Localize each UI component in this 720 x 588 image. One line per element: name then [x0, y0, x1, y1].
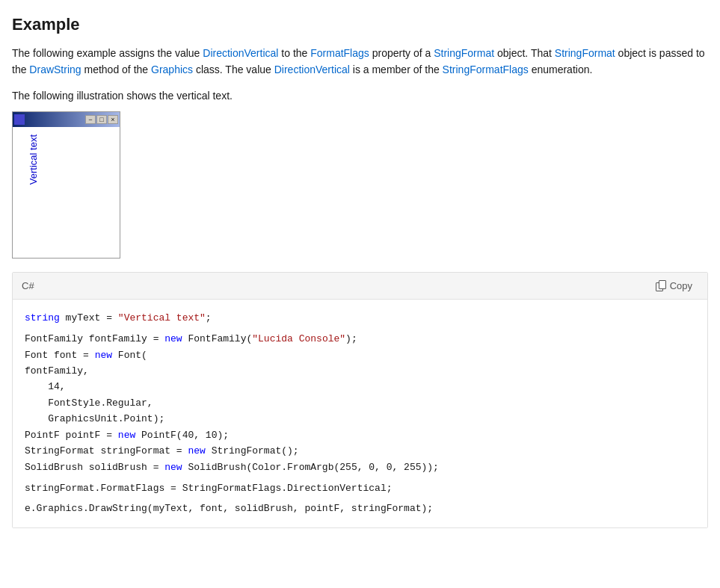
code-line-4: fontFamily,: [25, 363, 695, 379]
window-maximize-button[interactable]: □: [96, 115, 107, 124]
code-line-12: e.Graphics.DrawString(myText, font, soli…: [25, 501, 695, 516]
code-container: C# Copy string myText = "Vertical text";…: [12, 272, 708, 528]
link-string-format-2[interactable]: StringFormat: [555, 47, 615, 59]
svg-rect-1: [659, 280, 665, 288]
code-language-label: C#: [22, 280, 34, 291]
code-header: C# Copy: [13, 273, 707, 300]
vertical-text-display: Vertical text: [28, 134, 39, 185]
link-graphics[interactable]: Graphics: [151, 64, 193, 75]
link-string-format-flags[interactable]: StringFormatFlags: [443, 64, 529, 75]
code-line-8: PointF pointF = new PointF(40, 10);: [25, 427, 695, 443]
link-string-format-1[interactable]: StringFormat: [434, 47, 494, 59]
code-line-7: GraphicsUnit.Point);: [25, 411, 695, 427]
window-controls: − □ ×: [85, 115, 118, 124]
link-direction-vertical-2[interactable]: DirectionVertical: [274, 64, 350, 75]
window-close-button[interactable]: ×: [108, 115, 118, 124]
window-app-icon: [14, 114, 25, 125]
code-line-6: FontStyle.Regular,: [25, 395, 695, 411]
window-titlebar: − □ ×: [13, 112, 120, 127]
code-line-11: stringFormat.FormatFlags = StringFormatF…: [25, 480, 695, 496]
link-draw-string[interactable]: DrawString: [29, 64, 81, 75]
page-title: Example: [12, 15, 708, 34]
link-format-flags[interactable]: FormatFlags: [310, 47, 369, 59]
window-preview: − □ × Vertical text: [12, 111, 120, 259]
code-line-5: 14,: [25, 379, 695, 394]
code-line-3: Font font = new Font(: [25, 347, 695, 363]
illustration-label: The following illustration shows the ver…: [12, 87, 708, 104]
copy-icon: [656, 280, 666, 292]
copy-label: Copy: [670, 280, 692, 291]
window-body: Vertical text: [13, 127, 120, 258]
code-body: string myText = "Vertical text"; FontFam…: [13, 300, 707, 527]
code-line-9: StringFormat stringFormat = new StringFo…: [25, 443, 695, 459]
window-minimize-button[interactable]: −: [85, 115, 96, 124]
description-paragraph: The following example assigns the value …: [12, 45, 708, 78]
link-direction-vertical-1[interactable]: DirectionVertical: [203, 47, 278, 59]
code-line-10: SolidBrush solidBrush = new SolidBrush(C…: [25, 459, 695, 475]
code-line-2: FontFamily fontFamily = new FontFamily("…: [25, 331, 695, 347]
code-line-1: string myText = "Vertical text";: [25, 310, 695, 326]
copy-button[interactable]: Copy: [650, 277, 698, 295]
